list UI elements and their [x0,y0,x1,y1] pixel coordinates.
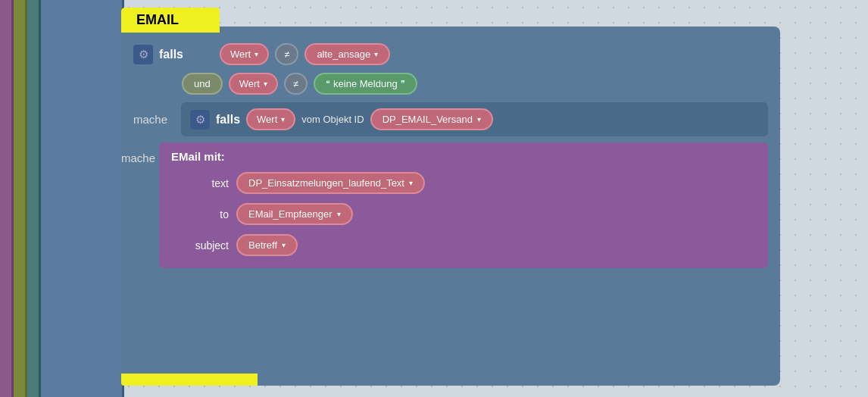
neq-op-2[interactable]: ≠ [284,73,308,95]
wert-label-2: Wert [239,78,260,89]
to-field-label: to [168,208,229,220]
wert-dropdown-3: ▾ [281,115,285,123]
keine-meldung-label: keine Meldung [333,78,398,89]
gear-icon-2[interactable]: ⚙ [190,110,210,130]
subject-value-label: Betreff [248,239,277,251]
wert-label-1: Wert [230,48,251,60]
dp-email-versand-label: DP_EMAIL_Versand [382,114,473,125]
gear-icon-1[interactable]: ⚙ [133,45,153,64]
quote-open: ❝ [326,79,330,89]
subject-dropdown: ▾ [282,241,286,249]
und-row: und Wert ▾ ≠ ❝ keine Meldung ❞ [121,65,780,95]
mache-falls-row: mache ⚙ falls Wert ▾ vom Objekt ID DP_EM… [121,95,780,136]
left-bar-olive [14,0,27,397]
to-field-row: to EMail_Empfaenger ▾ [159,198,768,230]
text-value-label: DP_Einsatzmelungen_laufend_Text [248,177,404,189]
text-field-row: text DP_Einsatzmelungen_laufend_Text ▾ [159,167,768,198]
to-value-pill[interactable]: EMail_Empfaenger ▾ [236,203,353,225]
wert-dropdown-2: ▾ [264,80,267,88]
wert-label-3: Wert [257,114,277,125]
mache-label-2: mache [121,152,155,164]
dp-email-versand-pill[interactable]: DP_EMAIL_Versand ▾ [370,108,493,130]
vom-objekt-id-label: vom Objekt ID [301,114,364,125]
wert-dropdown-1: ▾ [254,50,258,58]
falls-label-1: falls [159,48,183,61]
to-value-label: EMail_Empfaenger [248,208,333,220]
falls-label-2: falls [216,113,240,127]
text-dropdown: ▾ [409,179,413,187]
email-title: EMAIL [121,8,220,33]
left-bar-purple [0,0,14,397]
email-mit-block: mache EMail mit: text DP_Einsatzmelungen… [159,142,768,268]
left-bar-blue [41,0,124,397]
wert-pill-1[interactable]: Wert ▾ [220,43,269,65]
email-mit-header: EMail mit: [159,142,768,167]
text-value-pill[interactable]: DP_Einsatzmelungen_laufend_Text ▾ [236,172,425,194]
subject-field-row: subject Betreff ▾ [159,230,768,261]
dp-email-versand-dropdown: ▾ [477,115,481,123]
to-dropdown: ▾ [337,210,341,218]
wert-pill-2[interactable]: Wert ▾ [229,73,278,95]
alte-ansage-dropdown: ▾ [374,50,378,58]
bottom-connector-yellow [121,374,258,386]
inner-falls-block: ⚙ falls Wert ▾ vom Objekt ID DP_EMAIL_Ve… [181,102,768,136]
wert-pill-3[interactable]: Wert ▾ [246,108,295,130]
string-value-pill[interactable]: ❝ keine Meldung ❞ [314,73,417,95]
text-field-label: text [168,177,229,189]
falls-row-1: ⚙ falls Wert ▾ ≠ alte_ansage ▾ [121,34,780,65]
alte-ansage-pill[interactable]: alte_ansage ▾ [304,43,390,65]
und-pill[interactable]: und [182,73,223,95]
quote-close: ❞ [401,79,405,89]
neq-op-1[interactable]: ≠ [275,43,298,65]
left-bar-teal [27,0,41,397]
email-header-block: EMAIL [121,8,220,33]
alte-ansage-label: alte_ansage [317,48,370,60]
mache-label-1: mache [133,113,167,126]
subject-field-label: subject [168,239,229,252]
outer-block: ⚙ falls Wert ▾ ≠ alte_ansage ▾ und Wert … [121,27,780,386]
subject-value-pill[interactable]: Betreff ▾ [236,234,298,256]
